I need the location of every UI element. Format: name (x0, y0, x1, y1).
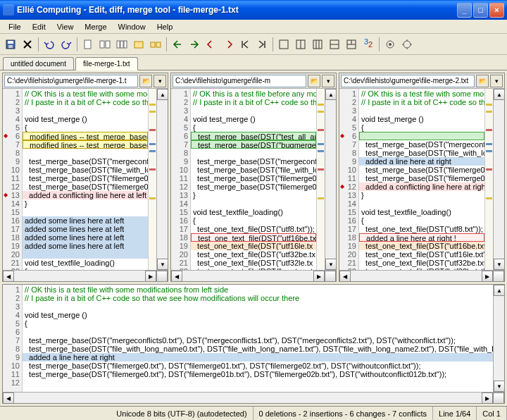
code-line[interactable]: { (23, 267, 148, 270)
code-line[interactable]: // OK this is a test file with some modi… (359, 89, 484, 98)
code-view[interactable]: // OK this is a test file with some modi… (23, 89, 148, 270)
code-line[interactable]: void test_merge () (23, 115, 148, 123)
code-line[interactable]: void test_merge () (191, 115, 316, 123)
layout-2h-button[interactable] (293, 37, 308, 52)
code-line[interactable]: test_merge_base(DST("filemerge0.txt"), D… (23, 370, 493, 378)
code-line[interactable] (191, 149, 316, 157)
code-line[interactable]: test_one_text_file(DST("utf16le.tx (191, 242, 316, 250)
code-line[interactable]: added a conflicting line here at right (359, 183, 484, 191)
code-line[interactable]: } (359, 191, 484, 199)
code-line[interactable]: } (23, 199, 148, 208)
line-numbers-button[interactable]: 32 (361, 37, 376, 52)
code-line[interactable]: test_one_text_file(DST("western.tx (191, 267, 316, 270)
code-line[interactable]: test_one_text_file(DST("utf32le.tx (191, 259, 316, 267)
maximize-button[interactable]: □ (473, 3, 488, 18)
code-line[interactable]: test_one_text_file(DST("utf32le.txt")); (359, 267, 484, 270)
browse-button[interactable]: 📂 (308, 75, 320, 87)
overview-strip[interactable] (484, 89, 493, 270)
code-line[interactable]: added a conflicting line here at left (23, 191, 148, 199)
compare-2-button[interactable] (97, 37, 113, 52)
compare-folders-button[interactable] (131, 37, 146, 52)
code-line[interactable]: test_merge_base(DST("file_with_lo (191, 166, 316, 174)
code-line[interactable]: test_merge_base(DST("mergeconflicts0.txt… (23, 336, 493, 345)
code-line[interactable]: test_merge_base(DST("filemerge0.txt"), D… (23, 362, 493, 370)
code-line[interactable] (359, 199, 484, 208)
path-dropdown-button[interactable]: ▾ (322, 75, 334, 87)
settings-button[interactable] (382, 37, 398, 52)
file-path-input[interactable] (173, 75, 306, 87)
close-doc-button[interactable] (20, 37, 35, 52)
code-line[interactable]: test_merge_base(DST("bugmerge0. (191, 140, 316, 149)
close-window-button[interactable]: × (489, 3, 504, 18)
code-line[interactable]: // I paste in it a bit of C++ code so th… (191, 98, 316, 106)
code-line[interactable]: test_one_text_file(DST("utf16be.tx (191, 233, 316, 242)
code-line[interactable]: added some lines here at left (23, 225, 148, 233)
code-line[interactable]: added some lines here at left (23, 216, 148, 225)
code-line[interactable]: { (191, 216, 316, 225)
path-dropdown-button[interactable]: ▾ (154, 75, 166, 87)
code-line[interactable]: test_merge_base(DST("filemerge0.txt"), D… (359, 166, 484, 174)
code-line[interactable] (191, 106, 316, 115)
code-line[interactable] (23, 302, 493, 311)
code-line[interactable] (23, 250, 148, 259)
next-conflict-button[interactable] (220, 37, 236, 52)
horizontal-scrollbar[interactable]: ◀▶ (339, 270, 504, 281)
code-line[interactable]: modified lines -- test_merge_base(DST("b… (23, 140, 148, 149)
path-dropdown-button[interactable]: ▾ (490, 75, 503, 87)
code-line[interactable] (23, 106, 148, 115)
browse-button[interactable]: 📂 (476, 75, 489, 87)
redo-button[interactable] (58, 37, 74, 52)
layout-1-button[interactable] (276, 37, 292, 52)
code-line[interactable] (23, 328, 493, 336)
new-doc-button[interactable] (80, 37, 96, 52)
code-line[interactable]: // I paste in it a bit of C++ code so th… (359, 98, 484, 106)
undo-button[interactable] (42, 37, 57, 52)
code-view[interactable]: // OK this is a test file with some modi… (23, 285, 493, 392)
code-line[interactable]: test_one_text_file(DST("utf8.txt")); (191, 225, 316, 233)
menu-help[interactable]: Help (151, 21, 179, 32)
next-diff-button[interactable] (187, 37, 202, 52)
code-line[interactable]: test_one_text_file(DST("utf16be.txt")); (359, 242, 484, 250)
code-line[interactable]: { (23, 319, 493, 328)
code-line[interactable]: void test_textfile_loading() (23, 259, 148, 267)
code-line[interactable]: { (191, 123, 316, 132)
code-line[interactable]: added some lines here at left (23, 242, 148, 250)
prev-diff-button[interactable] (170, 37, 185, 52)
code-line[interactable]: { (359, 123, 484, 132)
file-path-input[interactable] (4, 75, 138, 87)
code-view[interactable]: // OK this is a test file before any mod… (191, 89, 316, 270)
code-line[interactable]: // OK this is a test file with some modi… (23, 89, 148, 98)
code-line[interactable] (359, 132, 484, 140)
code-line[interactable]: void test_merge () (359, 115, 484, 123)
horizontal-scrollbar[interactable]: ◀▶ (171, 270, 336, 281)
layout-mixed-button[interactable] (344, 37, 359, 52)
code-view[interactable]: // OK this is a test file with some modi… (359, 89, 484, 270)
code-line[interactable]: { (359, 216, 484, 225)
code-line[interactable]: test_one_text_file(DST("utf16le.txt")); (359, 250, 484, 259)
tab-file-merge[interactable]: file-merge-1.txt (75, 57, 138, 70)
code-line[interactable]: test_merge_base(DST("filemerge0.txt"), (23, 174, 148, 183)
tab-untitled[interactable]: untitled document (3, 57, 74, 70)
code-line[interactable]: test_merge_base(DST("file_with_long_name… (23, 345, 493, 353)
compare-3-button[interactable] (114, 37, 130, 52)
vertical-scrollbar[interactable]: ▲▼ (156, 89, 168, 270)
code-line[interactable]: void test_textfile_loading() (191, 208, 316, 216)
save-button[interactable] (3, 37, 18, 52)
code-line[interactable]: test_one_text_file(DST("utf8.txt")); (359, 225, 484, 233)
code-line[interactable]: test_merge_base(DST("test_all_anc (191, 132, 316, 140)
browse-button[interactable]: 📂 (139, 75, 152, 87)
code-line[interactable]: test_merge_base(DST("mergeconflicts0.t (23, 157, 148, 166)
menu-edit[interactable]: Edit (27, 21, 51, 32)
horizontal-scrollbar[interactable]: ◀▶ (3, 392, 504, 403)
vertical-scrollbar[interactable]: ▲▼ (493, 89, 504, 270)
compare-folders-3-button[interactable] (148, 37, 163, 52)
code-line[interactable]: modified lines -- test_merge_base(DST("t… (23, 132, 148, 140)
minimize-button[interactable]: _ (457, 3, 472, 18)
code-line[interactable]: // OK this is a test file with some modi… (23, 285, 493, 294)
options-button[interactable] (399, 37, 415, 52)
code-line[interactable] (23, 208, 148, 216)
code-line[interactable]: } (191, 191, 316, 199)
code-line[interactable] (191, 199, 316, 208)
overview-strip[interactable] (316, 89, 325, 270)
prev-conflict-button[interactable] (204, 37, 219, 52)
